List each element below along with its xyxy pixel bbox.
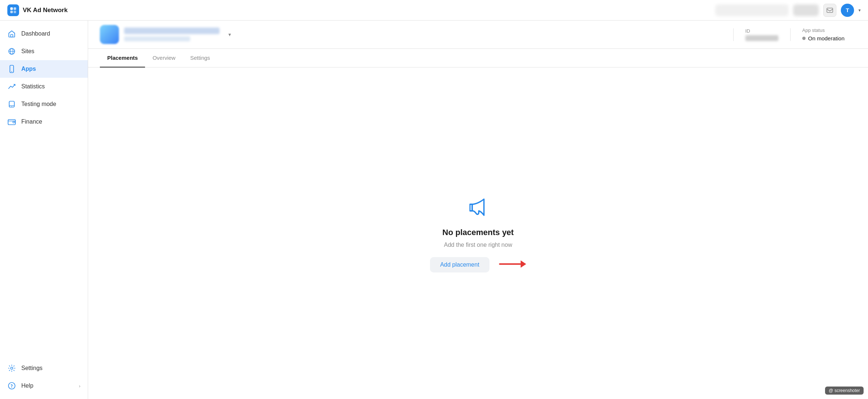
svg-point-10	[11, 71, 12, 72]
sidebar-label-help: Help	[21, 382, 33, 389]
app-id-label: ID	[745, 28, 778, 34]
phone-icon	[7, 65, 16, 73]
header-left: VK Ad Network	[7, 4, 68, 16]
header: VK Ad Network T ▾	[0, 0, 868, 21]
app-icon	[100, 25, 119, 44]
empty-subtitle: Add the first one right now	[444, 242, 512, 248]
app-name-blur	[124, 28, 220, 34]
sidebar-label-settings: Settings	[21, 365, 43, 371]
sidebar-spacer	[0, 131, 88, 359]
sidebar-item-dashboard[interactable]: Dashboard	[0, 25, 88, 43]
app-id-value	[745, 35, 778, 41]
svg-rect-2	[10, 11, 13, 13]
app-name-block	[124, 28, 220, 41]
sidebar-item-help[interactable]: Help ›	[0, 377, 88, 395]
vk-logo-icon	[7, 4, 19, 16]
app-header-bar: ▾ ID App status On moderation	[88, 21, 868, 49]
empty-title: No placements yet	[442, 228, 514, 237]
tab-overview[interactable]: Overview	[145, 49, 183, 67]
sidebar-label-sites: Sites	[21, 48, 35, 55]
sidebar-label-finance: Finance	[21, 118, 42, 125]
device-icon	[7, 100, 16, 109]
app-status-value: On moderation	[802, 35, 845, 41]
app-id-section: ID	[733, 28, 791, 41]
status-dot-icon	[802, 37, 806, 40]
megaphone-icon	[465, 194, 491, 220]
user-avatar[interactable]: T	[841, 4, 854, 17]
screenshoter-badge: @ screenshoter	[825, 387, 864, 395]
header-search-blur	[715, 4, 789, 16]
svg-rect-22	[470, 204, 472, 211]
sidebar-item-finance[interactable]: Finance	[0, 113, 88, 131]
sidebar-item-testing[interactable]: Testing mode	[0, 95, 88, 113]
sidebar-item-statistics[interactable]: Statistics	[0, 78, 88, 95]
content-area: No placements yet Add the first one righ…	[88, 67, 868, 399]
svg-marker-24	[521, 260, 526, 268]
svg-point-13	[11, 106, 12, 107]
svg-rect-14	[8, 120, 15, 125]
home-icon	[7, 29, 16, 38]
app-info: ▾	[100, 25, 733, 44]
svg-rect-11	[9, 101, 14, 107]
add-placement-button[interactable]: Add placement	[430, 257, 490, 272]
svg-rect-0	[10, 7, 13, 10]
arrow-wrapper: Add placement	[430, 256, 527, 272]
sidebar-label-apps: Apps	[21, 66, 36, 72]
tab-settings[interactable]: Settings	[183, 49, 217, 67]
avatar-chevron-icon[interactable]: ▾	[858, 8, 861, 13]
sidebar-label-dashboard: Dashboard	[21, 30, 50, 37]
app-dropdown-arrow-icon[interactable]: ▾	[228, 32, 231, 37]
help-chevron-icon: ›	[79, 383, 80, 389]
sidebar-label-statistics: Statistics	[21, 83, 45, 90]
tabs-bar: Placements Overview Settings	[88, 49, 868, 67]
help-icon	[7, 381, 16, 390]
gear-icon	[7, 364, 16, 373]
globe-icon	[7, 47, 16, 56]
header-inbox-button[interactable]	[823, 4, 836, 17]
red-arrow-annotation	[497, 257, 526, 271]
wallet-icon	[7, 117, 16, 126]
svg-rect-4	[827, 8, 833, 12]
svg-point-17	[11, 367, 13, 369]
app-sub-blur	[124, 36, 190, 41]
svg-rect-3	[14, 11, 16, 13]
app-status-section: App status On moderation	[791, 28, 856, 41]
svg-point-19	[11, 387, 12, 388]
app-status-label: App status	[802, 28, 845, 33]
app-title: VK Ad Network	[23, 7, 68, 14]
header-btn-blur	[793, 4, 819, 16]
sidebar-item-settings[interactable]: Settings	[0, 359, 88, 377]
svg-rect-15	[13, 121, 15, 123]
status-text: On moderation	[808, 35, 845, 41]
sidebar-label-testing: Testing mode	[21, 101, 56, 107]
svg-rect-5	[11, 34, 13, 37]
layout: Dashboard Sites Apps	[0, 21, 868, 399]
tab-placements[interactable]: Placements	[100, 49, 145, 67]
sidebar-item-apps[interactable]: Apps	[0, 60, 88, 78]
sidebar-item-sites[interactable]: Sites	[0, 43, 88, 60]
chart-icon	[7, 82, 16, 91]
sidebar: Dashboard Sites Apps	[0, 21, 88, 399]
main-content: ▾ ID App status On moderation Placements…	[88, 21, 868, 399]
svg-rect-1	[14, 7, 16, 10]
header-right: T ▾	[715, 4, 861, 17]
empty-state: No placements yet Add the first one righ…	[423, 172, 534, 294]
